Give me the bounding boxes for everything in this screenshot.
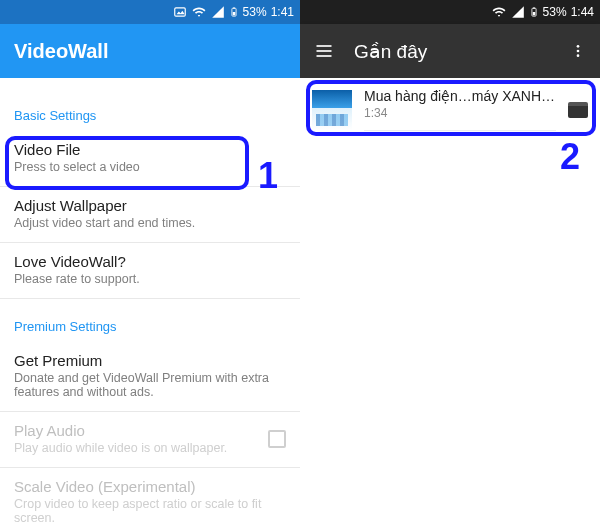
svg-point-15 xyxy=(577,54,580,57)
clock: 1:41 xyxy=(271,5,294,19)
svg-rect-10 xyxy=(317,45,332,47)
setting-title: Video File xyxy=(14,141,286,158)
setting-title: Get Premium xyxy=(14,352,286,369)
signal-icon xyxy=(511,5,525,19)
battery-icon xyxy=(529,5,539,19)
signal-icon xyxy=(211,5,225,19)
setting-title: Scale Video (Experimental) xyxy=(14,478,286,495)
svg-rect-4 xyxy=(232,12,235,15)
app-bar: VideoWall xyxy=(0,24,300,78)
setting-scale-video: Scale Video (Experimental) Crop video to… xyxy=(0,468,300,532)
video-thumbnail xyxy=(312,90,352,130)
status-bar: 53% 1:41 xyxy=(0,0,300,24)
battery-percent: 53% xyxy=(243,5,267,19)
setting-get-premium[interactable]: Get Premium Donate and get VideoWall Pre… xyxy=(0,342,300,412)
clock: 1:44 xyxy=(571,5,594,19)
battery-icon xyxy=(229,5,239,19)
status-bar: 53% 1:44 xyxy=(300,0,600,24)
overflow-menu-icon[interactable] xyxy=(570,41,586,61)
app-title: VideoWall xyxy=(14,40,108,63)
file-row[interactable]: Mua hàng điện…máy XANH.mp4 1:34 xyxy=(300,78,600,141)
wifi-icon xyxy=(491,5,507,19)
section-premium-settings: Premium Settings xyxy=(0,319,300,342)
file-name: Mua hàng điện…máy XANH.mp4 xyxy=(364,88,556,104)
setting-video-file[interactable]: Video File Press to select a video xyxy=(0,131,300,187)
setting-subtitle: Please rate to support. xyxy=(14,272,286,286)
checkbox xyxy=(268,430,286,448)
setting-subtitle: Play audio while video is on wallpaper. xyxy=(14,441,227,455)
setting-title: Play Audio xyxy=(14,422,227,439)
image-icon xyxy=(173,5,187,19)
svg-marker-1 xyxy=(176,11,184,14)
file-duration: 1:34 xyxy=(364,106,556,120)
video-type-icon xyxy=(568,102,588,118)
app-title: Gần đây xyxy=(354,40,427,63)
screen-videowall-settings: 53% 1:41 VideoWall Basic Settings Video … xyxy=(0,0,300,532)
svg-rect-0 xyxy=(174,8,185,16)
recent-files-list: Mua hàng điện…máy XANH.mp4 1:34 xyxy=(300,78,600,532)
screen-file-picker: 53% 1:44 Gần đây Mua hàng điện…máy XANH.… xyxy=(300,0,600,532)
settings-list: Basic Settings Video File Press to selec… xyxy=(0,78,300,532)
setting-subtitle: Crop video to keep aspect ratio or scale… xyxy=(14,497,286,525)
setting-love-videowall[interactable]: Love VideoWall? Please rate to support. xyxy=(0,243,300,299)
hamburger-menu-icon[interactable] xyxy=(314,41,334,61)
setting-title: Love VideoWall? xyxy=(14,253,286,270)
setting-play-audio: Play Audio Play audio while video is on … xyxy=(0,412,300,468)
svg-marker-2 xyxy=(212,6,224,18)
battery-percent: 53% xyxy=(543,5,567,19)
wifi-icon xyxy=(191,5,207,19)
svg-rect-9 xyxy=(533,7,535,8)
setting-subtitle: Adjust video start and end times. xyxy=(14,216,286,230)
svg-point-14 xyxy=(577,50,580,53)
svg-rect-12 xyxy=(317,55,332,57)
svg-rect-11 xyxy=(317,50,332,52)
svg-point-13 xyxy=(577,45,580,48)
svg-rect-5 xyxy=(233,7,235,8)
setting-adjust-wallpaper[interactable]: Adjust Wallpaper Adjust video start and … xyxy=(0,187,300,243)
svg-marker-6 xyxy=(512,6,524,18)
app-bar: Gần đây xyxy=(300,24,600,78)
section-basic-settings: Basic Settings xyxy=(0,108,300,131)
setting-subtitle: Press to select a video xyxy=(14,160,286,174)
setting-title: Adjust Wallpaper xyxy=(14,197,286,214)
svg-rect-8 xyxy=(532,12,535,15)
setting-subtitle: Donate and get VideoWall Premium with ex… xyxy=(14,371,286,399)
